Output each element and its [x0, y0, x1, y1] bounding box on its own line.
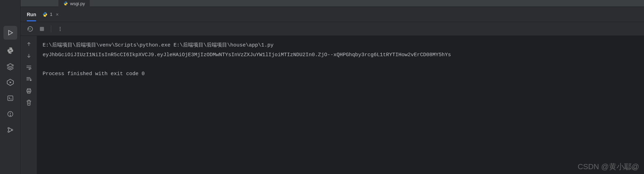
svg-marker-12	[30, 28, 31, 30]
terminal-icon[interactable]	[5, 93, 15, 103]
services-icon[interactable]	[5, 78, 15, 87]
editor-tabs: wsgi.py	[21, 0, 644, 7]
svg-marker-0	[9, 30, 13, 35]
svg-marker-3	[10, 81, 12, 83]
svg-point-9	[8, 127, 9, 129]
close-icon[interactable]: ×	[56, 12, 58, 17]
rerun-button[interactable]	[26, 25, 34, 33]
python-console-icon[interactable]	[5, 46, 15, 55]
svg-rect-4	[8, 96, 13, 100]
layers-icon[interactable]	[5, 62, 15, 71]
scroll-down-icon[interactable]	[25, 52, 33, 60]
python-file-icon	[63, 1, 68, 6]
svg-point-10	[8, 131, 9, 132]
console-line: eyJhbGciOiJIUzI1NiIsInR5cCI6IkpXVCJ9.eyJ…	[43, 52, 451, 58]
python-file-icon	[42, 12, 48, 17]
version-control-icon[interactable]	[5, 125, 15, 135]
run-panel-title: Run	[27, 8, 36, 21]
console-gutter	[21, 36, 37, 174]
svg-point-13	[60, 27, 60, 28]
console-output[interactable]: E:\后端项目\后端项目\venv\Scripts\python.exe E:\…	[37, 36, 644, 174]
scroll-to-end-icon[interactable]	[25, 75, 33, 83]
run-config-label: 1	[50, 12, 52, 17]
svg-marker-1	[7, 64, 13, 67]
toolbar-divider	[51, 25, 51, 32]
run-toolbar	[21, 22, 644, 36]
run-content: E:\后端项目\后端项目\venv\Scripts\python.exe E:\…	[21, 36, 644, 174]
main-area: wsgi.py Run 1 ×	[21, 0, 644, 174]
console-line: E:\后端项目\后端项目\venv\Scripts\python.exe E:\…	[43, 42, 274, 48]
svg-point-14	[60, 28, 60, 29]
stop-button[interactable]	[38, 25, 46, 33]
run-config-tab[interactable]: 1 ×	[42, 12, 58, 17]
print-icon[interactable]	[25, 87, 33, 95]
svg-point-8	[10, 115, 11, 116]
problems-icon[interactable]	[5, 109, 15, 119]
editor-tab-wsgi[interactable]: wsgi.py	[58, 0, 90, 7]
run-tool-icon[interactable]	[3, 26, 17, 40]
editor-tab-label: wsgi.py	[70, 1, 85, 6]
run-panel-header: Run 1 ×	[21, 7, 644, 22]
more-actions-button[interactable]	[56, 25, 64, 33]
scroll-up-icon[interactable]	[25, 40, 33, 48]
soft-wrap-icon[interactable]	[25, 63, 33, 72]
svg-point-15	[60, 30, 60, 31]
svg-rect-25	[27, 92, 30, 93]
trash-icon[interactable]	[25, 99, 33, 107]
left-tool-sidebar	[0, 0, 21, 174]
console-line: Process finished with exit code 0	[43, 71, 145, 77]
